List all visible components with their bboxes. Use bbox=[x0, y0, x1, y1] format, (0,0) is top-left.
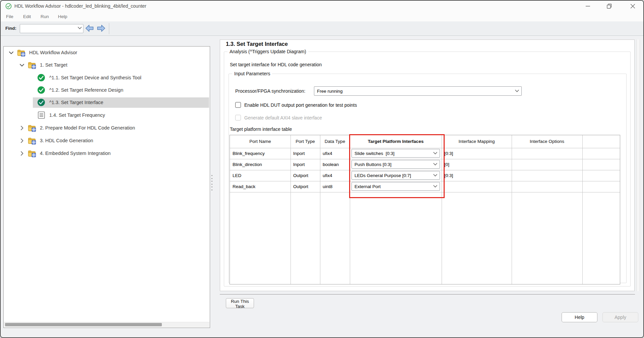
tree-item-embedded-system-integration[interactable]: 4. Embedded System Integration bbox=[4, 148, 210, 159]
chevron-right-icon[interactable] bbox=[19, 125, 25, 131]
menu-bar: File Edit Run Help bbox=[1, 12, 643, 21]
target-platform-interface-table: Port Name Port Type Data Type Target Pla… bbox=[230, 135, 620, 284]
tree-item-label[interactable]: HDL Workflow Advisor bbox=[29, 48, 77, 58]
chevron-down-icon[interactable] bbox=[19, 62, 25, 68]
cell-interface-mapping[interactable]: [0:3] bbox=[442, 148, 512, 159]
chevron-down-icon[interactable] bbox=[8, 50, 14, 56]
run-this-task-button[interactable]: Run This Task bbox=[226, 298, 254, 308]
tree-item-prepare-model[interactable]: 2. Prepare Model For HDL Code Generation bbox=[4, 123, 210, 133]
toolbar-separator bbox=[109, 23, 109, 34]
tree-item-label[interactable]: 4. Embedded System Integration bbox=[40, 148, 111, 159]
task-description: Set target interface for HDL code genera… bbox=[230, 62, 322, 67]
tree-item-label[interactable]: ^1.1. Set Target Device and Synthesis To… bbox=[49, 73, 141, 83]
passed-check-icon bbox=[37, 74, 45, 82]
cell-interface-options[interactable] bbox=[512, 148, 582, 159]
folder-task-icon bbox=[28, 137, 36, 145]
combo-dropdown-icon[interactable] bbox=[78, 27, 82, 29]
app-check-icon bbox=[5, 3, 12, 9]
tree-item-set-target-frequency[interactable]: 1.4. Set Target Frequency bbox=[4, 110, 210, 120]
find-input[interactable] bbox=[21, 25, 75, 32]
chevron-right-icon[interactable] bbox=[19, 151, 25, 156]
interface-dropdown[interactable]: External Port bbox=[351, 182, 440, 191]
chevron-down-icon bbox=[433, 174, 437, 177]
minimize-icon bbox=[586, 4, 590, 8]
cell-port-type[interactable]: Inport bbox=[291, 159, 320, 170]
tree-item-label[interactable]: ^1.3. Set Target Interface bbox=[49, 97, 103, 108]
cell-data-type[interactable]: uint8 bbox=[320, 181, 350, 192]
passed-check-icon bbox=[37, 86, 45, 94]
cell-data-type[interactable]: ufix4 bbox=[320, 170, 350, 181]
menu-help[interactable]: Help bbox=[58, 12, 67, 21]
col-header-data-type[interactable]: Data Type bbox=[320, 135, 350, 148]
cell-interface-options[interactable] bbox=[512, 170, 582, 181]
task-document-icon bbox=[38, 111, 45, 119]
close-icon bbox=[631, 4, 635, 8]
tree-item-label[interactable]: 2. Prepare Model For HDL Code Generation bbox=[40, 123, 135, 133]
tree-item-set-target-interface[interactable]: ^1.3. Set Target Interface bbox=[4, 97, 210, 108]
menu-file[interactable]: File bbox=[6, 12, 13, 21]
col-header-interface-options[interactable]: Interface Options bbox=[512, 135, 582, 148]
sync-label: Processor/FPGA synchronization: bbox=[235, 88, 305, 94]
tree-item-set-target-device[interactable]: ^1.1. Set Target Device and Synthesis To… bbox=[4, 73, 210, 83]
folder-task-icon bbox=[28, 124, 36, 132]
cell-port-name[interactable]: Blink_frequency bbox=[230, 148, 291, 159]
tree-item-set-target-reference-design[interactable]: ^1.2. Set Target Reference Design bbox=[4, 85, 210, 95]
task-title: 1.3. Set Target Interface bbox=[226, 41, 288, 47]
tree-item-hdl-code-generation[interactable]: 3. HDL Code Generation bbox=[4, 136, 210, 146]
tree-item-label[interactable]: 3. HDL Code Generation bbox=[40, 136, 93, 146]
interface-dropdown[interactable]: Push Buttons [0:3] bbox=[351, 160, 440, 169]
cell-port-type[interactable]: Inport bbox=[291, 148, 320, 159]
cell-interface-options[interactable] bbox=[512, 159, 582, 170]
cell-interface-mapping[interactable] bbox=[442, 181, 512, 192]
apply-button[interactable]: Apply bbox=[602, 312, 638, 322]
tree-item-set-target[interactable]: 1. Set Target bbox=[4, 60, 210, 70]
cell-interface-mapping[interactable]: [0] bbox=[442, 159, 512, 170]
cell-port-type[interactable]: Outport bbox=[291, 181, 320, 192]
minimize-button[interactable] bbox=[582, 1, 593, 11]
chevron-down-icon bbox=[433, 152, 437, 155]
folder-task-icon bbox=[28, 150, 36, 157]
cell-port-name[interactable]: LED bbox=[230, 170, 291, 181]
chevron-down-icon bbox=[433, 163, 437, 166]
find-next-button[interactable] bbox=[96, 24, 106, 32]
menu-edit[interactable]: Edit bbox=[23, 12, 31, 21]
interface-dropdown[interactable]: LEDs General Purpose [0:7] bbox=[351, 171, 440, 180]
cell-data-type[interactable]: ufix4 bbox=[320, 148, 350, 159]
cell-port-type[interactable]: Outport bbox=[291, 170, 320, 181]
cell-interface-options[interactable] bbox=[512, 181, 582, 192]
restore-button[interactable] bbox=[603, 1, 615, 11]
col-header-port-name[interactable]: Port Name bbox=[230, 135, 291, 148]
cell-port-name[interactable]: Blink_direction bbox=[230, 159, 291, 170]
test-points-checkbox-label[interactable]: Enable HDL DUT output port generation fo… bbox=[244, 102, 357, 108]
sync-dropdown[interactable]: Free running bbox=[314, 86, 522, 96]
tree-item-hdl-workflow-advisor[interactable]: HDL Workflow Advisor bbox=[4, 48, 210, 58]
tree-item-label[interactable]: 1.4. Set Target Frequency bbox=[49, 110, 105, 120]
menu-run[interactable]: Run bbox=[41, 12, 49, 21]
col-header-port-type[interactable]: Port Type bbox=[291, 135, 320, 148]
tree-item-label[interactable]: 1. Set Target bbox=[40, 60, 67, 70]
tree-item-label[interactable]: ^1.2. Set Target Reference Design bbox=[49, 85, 123, 95]
scrollbar-thumb[interactable] bbox=[5, 323, 162, 326]
hdl-workflow-advisor-window: HDL Workflow Advisor - hdlcoder_led_blin… bbox=[0, 0, 644, 338]
find-previous-button[interactable] bbox=[85, 24, 94, 32]
interface-dropdown-value: LEDs General Purpose [0:7] bbox=[355, 171, 411, 179]
col-header-interface-mapping[interactable]: Interface Mapping bbox=[442, 135, 512, 148]
axi4-checkbox-label: Generate default AXI4 slave interface bbox=[244, 115, 322, 120]
tree-horizontal-scrollbar[interactable] bbox=[4, 322, 209, 327]
close-button[interactable] bbox=[627, 1, 638, 11]
cell-port-name[interactable]: Read_back bbox=[230, 181, 291, 192]
help-button[interactable]: Help bbox=[562, 312, 597, 322]
col-header-target-platform-interfaces[interactable]: Target Platform Interfaces bbox=[350, 135, 442, 148]
panel-splitter-handle[interactable] bbox=[211, 175, 213, 190]
title-bar: HDL Workflow Advisor - hdlcoder_led_blin… bbox=[1, 1, 643, 12]
find-combobox[interactable] bbox=[20, 24, 83, 33]
interface-dropdown[interactable]: Slide switches [0:3] bbox=[351, 149, 440, 158]
cell-interface-mapping[interactable]: [0:3] bbox=[442, 170, 512, 181]
passed-check-icon bbox=[37, 98, 45, 106]
interface-table-label: Target platform interface table bbox=[230, 126, 292, 132]
sync-dropdown-value: Free running bbox=[317, 87, 343, 95]
task-vertical-scrollbar[interactable] bbox=[636, 39, 640, 291]
test-points-checkbox[interactable] bbox=[235, 102, 241, 108]
chevron-right-icon[interactable] bbox=[19, 138, 25, 144]
cell-data-type[interactable]: boolean bbox=[320, 159, 350, 170]
